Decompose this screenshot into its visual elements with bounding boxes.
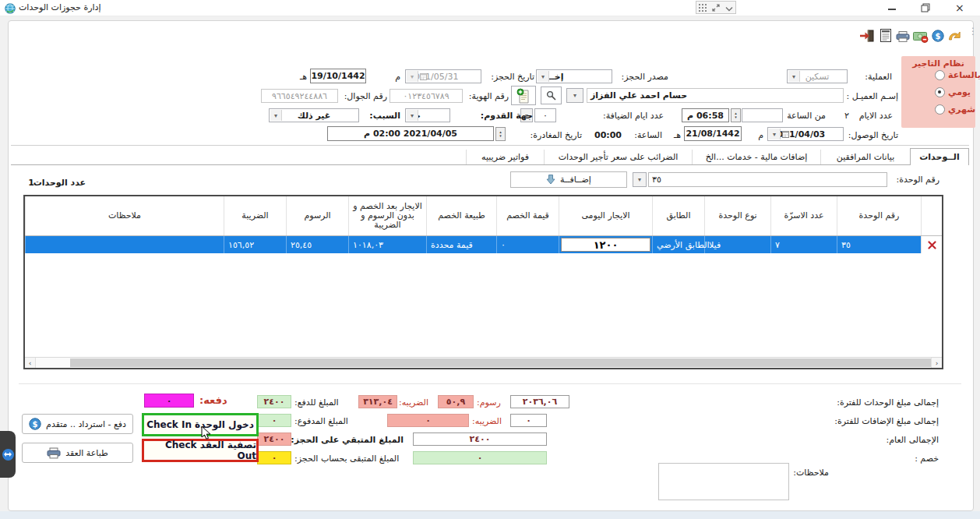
cell-unit-number[interactable]: ٣٥ bbox=[837, 236, 921, 253]
dropdown-arrow-icon[interactable]: ▾ bbox=[407, 71, 418, 82]
print-contract-button[interactable]: طباعة العقد bbox=[22, 443, 133, 463]
pay-amount-field[interactable]: ٢٤٠٠ bbox=[257, 395, 291, 408]
radio-circle-selected[interactable] bbox=[935, 87, 945, 97]
arrival-date-picker[interactable]: 2021/04/03 ▾ bbox=[767, 127, 844, 141]
radio-monthly[interactable]: شهري bbox=[935, 104, 975, 115]
new-customer-button[interactable] bbox=[511, 86, 536, 105]
tab-rental-taxes[interactable]: الضرائب على سعر تأجير الوحدات bbox=[544, 150, 692, 164]
total-units-field[interactable]: ٢٠٣٦,٠٦ bbox=[510, 395, 569, 408]
radio-daily[interactable]: يومي bbox=[935, 87, 971, 97]
table-horizontal-scrollbar[interactable]: ‹ › bbox=[25, 357, 942, 368]
delete-row-button[interactable] bbox=[921, 236, 942, 253]
cell-beds[interactable]: ٧ bbox=[770, 236, 837, 253]
account-remaining-field[interactable]: ٠ bbox=[257, 451, 291, 464]
column-header-notes[interactable]: ملاحظات bbox=[25, 196, 224, 235]
cell-floor[interactable]: الطابق الأرضي bbox=[652, 236, 704, 253]
grand-total-field[interactable]: ٢٤٠٠ bbox=[413, 432, 547, 446]
customer-name-field[interactable]: حسام احمد علي الفزاز bbox=[587, 88, 844, 103]
expand-icon[interactable] bbox=[712, 0, 720, 15]
tab-tax-invoices[interactable]: فواتير ضريبيه bbox=[466, 150, 544, 164]
add-unit-button[interactable]: إضــافــة bbox=[510, 171, 627, 188]
remaining-amount-field[interactable]: ٢٤٠٠ bbox=[257, 432, 291, 446]
dollar-coin-icon[interactable]: $ bbox=[932, 30, 944, 45]
chevron-down-icon[interactable] bbox=[725, 0, 733, 15]
departure-date-field[interactable]: 2021/04/05 02:00 م bbox=[327, 126, 494, 141]
daily-rent-editor[interactable]: ١٢٠٠ bbox=[561, 238, 650, 252]
customer-dropdown[interactable]: ▾ bbox=[566, 88, 583, 103]
report-icon[interactable] bbox=[880, 29, 891, 45]
tab-financial-additions[interactable]: إضافات مالية - خدمات ...الخ bbox=[692, 150, 820, 164]
column-header-beds[interactable]: عدد الاسرّة bbox=[770, 196, 837, 235]
tab-companions[interactable]: بيانات المرافقين bbox=[820, 150, 910, 164]
printer-icon[interactable] bbox=[896, 30, 910, 45]
calendar-icon[interactable] bbox=[418, 72, 428, 81]
dropdown-arrow-icon[interactable]: ▾ bbox=[788, 71, 800, 82]
toolbar-overflow-icon[interactable]: ⋮ bbox=[968, 29, 978, 34]
booking-source-select[interactable]: إخــتر ▾ bbox=[536, 69, 612, 83]
cell-daily-rent[interactable]: ١٢٠٠ bbox=[559, 236, 652, 253]
days-count-value[interactable]: ٢ bbox=[822, 111, 849, 121]
departure-spinner[interactable]: ▴ ▾ bbox=[495, 127, 506, 141]
column-header-net-rent[interactable]: الايجار بعد الخصم و بدون الرسوم و الضريب… bbox=[348, 196, 426, 235]
minimize-button[interactable] bbox=[888, 5, 896, 10]
remote-support-tab[interactable] bbox=[0, 431, 16, 478]
exit-icon[interactable] bbox=[859, 30, 875, 45]
close-icon[interactable]: × bbox=[955, 2, 964, 14]
table-row-selected[interactable]: ٣٥ ٧ فيلا الطابق الأرضي ١٢٠٠ ٠ قيمة محدد… bbox=[25, 236, 942, 253]
calendar-icon[interactable] bbox=[781, 129, 791, 139]
radio-circle[interactable] bbox=[935, 104, 945, 115]
arrival-hijri-date[interactable]: 21/08/1442 bbox=[684, 126, 742, 141]
reason-select[interactable]: غير ذلك ▾ bbox=[269, 108, 359, 122]
notes-textarea[interactable] bbox=[658, 463, 789, 500]
dropdown-arrow-icon[interactable]: ▾ bbox=[407, 110, 418, 121]
cell-discount-value[interactable]: ٠ bbox=[496, 236, 559, 253]
booking-date-picker[interactable]: 2021/05/31 ▾ bbox=[405, 69, 481, 83]
column-header-discount-type[interactable]: طبيعة الخصم bbox=[426, 196, 496, 235]
column-header-fees[interactable]: الرسوم bbox=[286, 196, 348, 235]
dropdown-arrow-icon[interactable]: ▾ bbox=[538, 71, 549, 82]
tab-units[interactable]: الــوحدات bbox=[910, 148, 969, 165]
dropdown-arrow-icon[interactable]: ▾ bbox=[270, 110, 282, 121]
unit-number-combobox[interactable]: ٣٥ bbox=[648, 172, 887, 187]
hour-spinner[interactable]: ▴ ▾ bbox=[731, 108, 741, 122]
column-header-floor[interactable]: الطابق bbox=[652, 196, 704, 235]
from-hour-value-field[interactable]: 06:58 م bbox=[682, 108, 729, 122]
column-header-discount-value[interactable]: قيمة الخصم bbox=[496, 196, 559, 235]
restore-button[interactable] bbox=[921, 3, 930, 15]
payment-field[interactable]: ٠ bbox=[144, 394, 194, 408]
cell-discount-type[interactable]: قيمة محددة bbox=[426, 236, 496, 253]
check-out-button[interactable]: تصفية العقد Check Out bbox=[142, 439, 259, 462]
dropdown-arrow-icon[interactable]: ▾ bbox=[769, 129, 781, 139]
additions-tax-field[interactable]: ٠ bbox=[387, 414, 469, 427]
fees-field[interactable]: ٥٠,٩ bbox=[438, 395, 474, 408]
column-header-unit-number[interactable]: رقم الوحدة bbox=[837, 196, 921, 235]
paid-amount-field[interactable]: ٠ bbox=[257, 414, 291, 427]
hospitality-days-field[interactable]: ٠ bbox=[534, 108, 556, 122]
spinner-down-icon[interactable]: ▾ bbox=[499, 134, 502, 138]
money-minus-icon[interactable] bbox=[913, 31, 929, 46]
total-additions-field[interactable]: ٠ bbox=[510, 414, 547, 427]
undo-icon[interactable] bbox=[947, 30, 961, 44]
spinner-down-icon[interactable]: ▾ bbox=[735, 115, 737, 119]
id-number-field[interactable]: ٠١٢٣٤٥٦٧٨٩ bbox=[390, 89, 463, 103]
customer-search-button[interactable] bbox=[541, 86, 562, 104]
cell-notes[interactable] bbox=[25, 236, 224, 253]
scrollbar-thumb[interactable] bbox=[70, 358, 931, 367]
mobile-number-field[interactable]: ٩٦٦٥٤٩٢٤٤٨٨٦ bbox=[261, 89, 338, 103]
radio-hourly[interactable]: بالساعة bbox=[935, 70, 980, 80]
grid-icon[interactable] bbox=[699, 0, 707, 15]
booking-hijri-date[interactable]: 19/10/1442 bbox=[310, 69, 366, 83]
discount-field[interactable]: ٠ bbox=[413, 451, 547, 464]
cell-net-rent[interactable]: ١٠١٨,٠٣ bbox=[348, 236, 426, 253]
unit-number-dropdown[interactable]: ▾ bbox=[633, 172, 647, 187]
pay-refund-button[interactable]: دفع - استرداد .. متقدم $ bbox=[22, 414, 133, 434]
from-hour-empty-field[interactable] bbox=[742, 108, 783, 122]
check-in-button[interactable]: دخول الوحدة Check In bbox=[142, 413, 259, 436]
cell-tax[interactable]: ١٥٦,٥٢ bbox=[224, 236, 286, 253]
scroll-right-icon[interactable]: › bbox=[931, 358, 942, 368]
scroll-left-icon[interactable]: ‹ bbox=[25, 358, 36, 368]
column-header-daily-rent[interactable]: الايجار اليومى bbox=[559, 196, 652, 235]
arrival-from-select[interactable]: جو ▾ bbox=[405, 108, 450, 122]
cell-unit-type[interactable]: فيلا bbox=[704, 236, 770, 253]
column-header-unit-type[interactable]: نوع الوحدة bbox=[704, 196, 770, 235]
